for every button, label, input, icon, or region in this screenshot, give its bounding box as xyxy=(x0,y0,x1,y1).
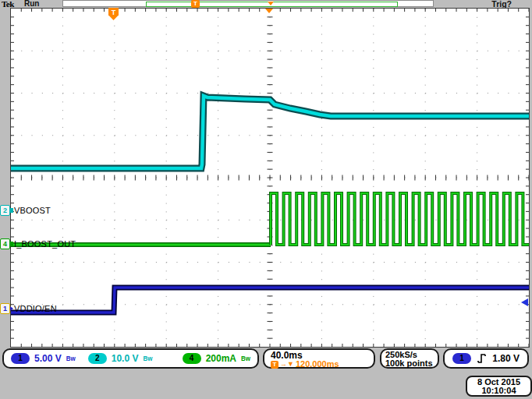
expansion-point-icon xyxy=(268,2,274,5)
channel4-label-row: 4 I_BOOST_OUT xyxy=(0,238,76,249)
ch1-bandwidth-limit-icon: Bw xyxy=(66,355,76,362)
ch2-readout: 2 10.0 V Bw xyxy=(88,353,153,364)
rising-edge-icon xyxy=(477,353,487,364)
channel2-signal-label: VBOOST xyxy=(14,206,51,215)
record-length: 100k points xyxy=(385,359,434,368)
ch2-scale: 10.0 V xyxy=(112,353,139,364)
ch4-scale: 200mA xyxy=(206,353,236,364)
waveform-display xyxy=(10,8,530,348)
channel1-arrow-icon xyxy=(10,306,13,311)
oscilloscope-screen: Tek Run T Trig? T 2 VBOOST 4 I_BOOST_OUT… xyxy=(0,0,532,399)
ch2-badge: 2 xyxy=(88,353,107,364)
acquisition-readout: 250kS/s 100k points xyxy=(380,348,439,369)
date-time-readout: 8 Oct 2015 10:10:04 xyxy=(466,376,532,397)
ch4-readout: 4 200mA Bw xyxy=(183,353,250,364)
ch1-badge: 1 xyxy=(11,353,30,364)
channel2-arrow-icon xyxy=(10,208,13,213)
ch4-badge: 4 xyxy=(183,353,201,364)
delay-arrow-icons: →▼ xyxy=(280,360,294,369)
ch4-bandwidth-limit-icon: Bw xyxy=(241,355,250,362)
channel-scale-readouts: 1 5.00 V Bw 2 10.0 V Bw 4 200mA Bw xyxy=(2,348,259,369)
channel4-arrow-icon xyxy=(10,242,13,246)
time-value: 10:10:04 xyxy=(467,387,530,395)
ch1-scale: 5.00 V xyxy=(34,353,62,364)
channel1-position-marker: 1 xyxy=(0,303,10,314)
channel4-signal-label: I_BOOST_OUT xyxy=(14,239,76,249)
trigger-level-value: 1.80 V xyxy=(492,353,520,364)
horizontal-readout: 40.0ms T →▼ 120.000ms xyxy=(263,348,375,369)
channel4-position-marker: 4 xyxy=(0,238,10,249)
channel1-label-row: 1 VDDIO/EN xyxy=(0,303,57,314)
channel2-label-row: 2 VBOOST xyxy=(0,205,51,216)
waveform-traces xyxy=(11,9,529,347)
channel2-position-marker: 2 xyxy=(0,205,10,216)
acquisition-status: Run xyxy=(24,0,39,8)
trigger-position-marker-icon: T xyxy=(191,0,200,8)
trigger-t-icon: T xyxy=(271,361,278,369)
channel1-signal-label: VDDIO/EN xyxy=(14,304,57,313)
ch2-bandwidth-limit-icon: Bw xyxy=(143,355,152,362)
ch1-readout: 1 5.00 V Bw xyxy=(11,353,76,364)
trigger-level-arrow-icon xyxy=(521,298,528,306)
trigger-readout: 1 1.80 V xyxy=(443,348,529,369)
trigger-source-badge: 1 xyxy=(452,353,471,364)
delay-value: 120.000ms xyxy=(296,360,339,369)
top-status-bar: Tek Run T Trig? xyxy=(0,0,532,8)
expansion-point-triangle-icon xyxy=(265,9,273,13)
delay-readout: T →▼ 120.000ms xyxy=(271,360,367,369)
